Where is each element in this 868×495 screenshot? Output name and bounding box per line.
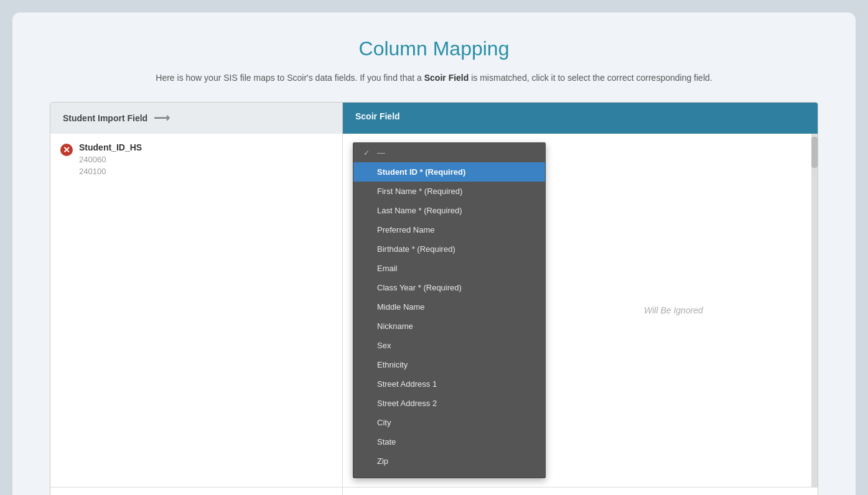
dropdown-item-first-name[interactable]: First Name * (Required) bbox=[353, 182, 545, 201]
dropdown-label: Sex bbox=[377, 341, 391, 350]
dropdown-label: Student ID * (Required) bbox=[377, 167, 465, 177]
dropdown-blank-label: — bbox=[377, 148, 385, 157]
field-value-1: 240060 bbox=[79, 155, 142, 164]
dropdown-label: City bbox=[377, 418, 391, 427]
table-header: Student Import Field ⟶ Scoir Field bbox=[50, 103, 818, 134]
dropdown-label: Street Address 1 bbox=[377, 379, 437, 389]
dropdown-label: Preferred Name bbox=[377, 225, 434, 234]
import-cell-first-name: ✕ First_Name Isaac Tatum bbox=[50, 488, 343, 495]
dropdown-label: State bbox=[377, 437, 396, 446]
dropdown-item-ethnicity[interactable]: Ethnicity bbox=[353, 355, 545, 374]
dropdown-label: Class Year * (Required) bbox=[377, 283, 462, 292]
dropdown-label: Email bbox=[377, 264, 398, 273]
dropdown-item-email[interactable]: Email bbox=[353, 259, 545, 278]
dropdown-label: Last Name * (Required) bbox=[377, 206, 462, 215]
dropdown-item-zip[interactable]: Zip bbox=[353, 451, 545, 471]
table-body: ✕ Student_ID_HS 240060 240100 ✓ — bbox=[50, 134, 818, 495]
dropdown-item-sex[interactable]: Sex bbox=[353, 336, 545, 355]
dropdown-label: Street Address 2 bbox=[377, 399, 437, 408]
dropdown-item-last-name[interactable]: Last Name * (Required) bbox=[353, 201, 545, 220]
field-value-2: 240100 bbox=[79, 167, 142, 176]
scoir-column-header: Scoir Field bbox=[343, 103, 818, 134]
dropdown-menu[interactable]: ✓ — Student ID * (Required) First Name *… bbox=[353, 142, 546, 478]
page-container: Column Mapping Here is how your SIS file… bbox=[12, 12, 856, 495]
dropdown-label: Zip bbox=[377, 456, 388, 466]
field-info: Student_ID_HS 240060 240100 bbox=[79, 142, 142, 176]
dropdown-item-home-telephone[interactable]: Home Telephone bbox=[353, 471, 545, 478]
dropdown-label: Ethnicity bbox=[377, 360, 408, 369]
scrollbar-track[interactable] bbox=[811, 134, 818, 487]
dropdown-item-city[interactable]: City bbox=[353, 413, 545, 432]
dropdown-label: Home Telephone bbox=[377, 476, 438, 478]
dropdown-label: First Name * (Required) bbox=[377, 187, 462, 196]
will-be-ignored-student-id: Will Be Ignored bbox=[554, 305, 793, 315]
scrollbar-thumb[interactable] bbox=[811, 137, 818, 168]
dropdown-item-state[interactable]: State bbox=[353, 432, 545, 451]
import-header-label: Student Import Field bbox=[63, 113, 147, 123]
dropdown-item-middle-name[interactable]: Middle Name bbox=[353, 297, 545, 317]
subtitle: Here is how your SIS file maps to Scoir'… bbox=[50, 72, 818, 85]
import-cell-student-id: ✕ Student_ID_HS 240060 240100 bbox=[50, 134, 343, 487]
dropdown-label: Nickname bbox=[377, 322, 413, 331]
dropdown-label: Birthdate * (Required) bbox=[377, 244, 455, 254]
mapping-table: Student Import Field ⟶ Scoir Field ✕ Stu… bbox=[50, 102, 818, 495]
subtitle-bold: Scoir Field bbox=[424, 73, 469, 83]
table-row: ✕ First_Name Isaac Tatum Will Be Ignored bbox=[50, 488, 818, 495]
dropdown-item-student-id[interactable]: Student ID * (Required) bbox=[353, 162, 545, 182]
dropdown-item-class-year[interactable]: Class Year * (Required) bbox=[353, 278, 545, 297]
dropdown-item-street-address-1[interactable]: Street Address 1 bbox=[353, 374, 545, 394]
dropdown-item-blank[interactable]: ✓ — bbox=[353, 143, 545, 162]
subtitle-after: is mismatched, click it to select the co… bbox=[469, 73, 712, 83]
dropdown-item-nickname[interactable]: Nickname bbox=[353, 317, 545, 336]
scoir-cell-student-id[interactable]: ✓ — Student ID * (Required) First Name *… bbox=[343, 134, 818, 487]
field-name: Student_ID_HS bbox=[79, 142, 142, 152]
page-title: Column Mapping bbox=[50, 37, 818, 60]
table-row: ✕ Student_ID_HS 240060 240100 ✓ — bbox=[50, 134, 818, 488]
arrow-icon: ⟶ bbox=[154, 111, 170, 125]
dropdown-item-preferred-name[interactable]: Preferred Name bbox=[353, 220, 545, 239]
scoir-cell-first-name[interactable]: Will Be Ignored bbox=[343, 488, 818, 495]
subtitle-before: Here is how your SIS file maps to Scoir'… bbox=[156, 73, 424, 83]
dropdown-item-birthdate[interactable]: Birthdate * (Required) bbox=[353, 239, 545, 259]
import-column-header: Student Import Field ⟶ bbox=[50, 103, 343, 134]
error-icon: ✕ bbox=[60, 144, 73, 156]
dropdown-label: Middle Name bbox=[377, 302, 425, 312]
dropdown-item-street-address-2[interactable]: Street Address 2 bbox=[353, 394, 545, 413]
check-icon: ✓ bbox=[363, 149, 372, 157]
